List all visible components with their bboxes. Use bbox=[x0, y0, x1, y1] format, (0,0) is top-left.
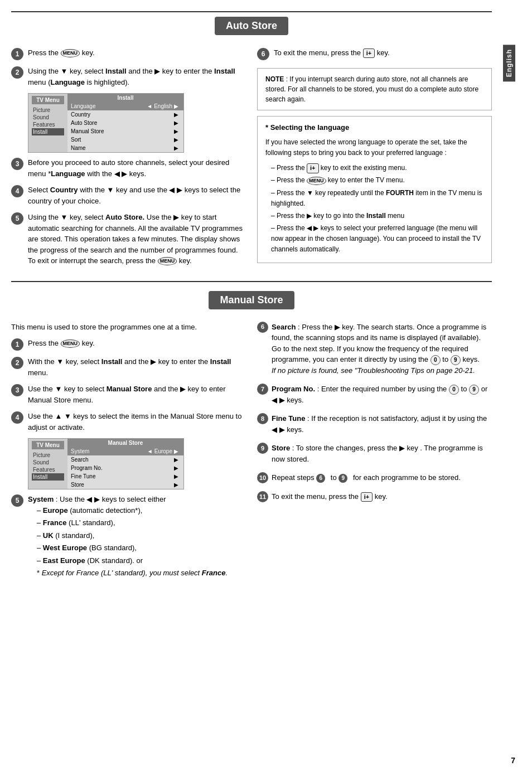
tv-menu-label-2: TV Menu bbox=[32, 441, 64, 449]
manual-store-title: Manual Store bbox=[209, 291, 294, 309]
m-step-7-num: 7 bbox=[257, 384, 268, 395]
auto-store-step-6: 6 To exit the menu, press the i+ key. bbox=[257, 47, 492, 60]
note-text: : If you interrupt search during auto st… bbox=[265, 75, 478, 103]
auto-store-title: Auto Store bbox=[215, 17, 288, 35]
m-step-7-colon: : bbox=[317, 385, 321, 393]
m-menu-item-features: Features bbox=[32, 466, 64, 473]
manual-store-intro-text: This menu is used to store the programme… bbox=[11, 323, 197, 331]
page-number: 7 bbox=[511, 756, 515, 765]
m-step-6-num: 6 bbox=[257, 322, 268, 333]
step-2-text: Using the ▼ key, select Install and the … bbox=[28, 67, 235, 86]
m-step-7-to: to bbox=[461, 385, 469, 393]
auto-store-step-4: 4 Select Country with the ▼ key and use … bbox=[11, 185, 246, 206]
sidebar: English bbox=[497, 11, 521, 595]
m-step-11-text: To exit the menu, press the bbox=[272, 492, 361, 501]
m-step-6-title: Search bbox=[272, 323, 296, 331]
step-3-num: 3 bbox=[11, 158, 23, 170]
install-header: Install bbox=[67, 94, 183, 102]
system-option-west-europe: – West Europe (BG standard), bbox=[28, 542, 246, 554]
menu-row-sort: Sort ▶ bbox=[67, 135, 183, 144]
step-4-num: 4 bbox=[11, 185, 23, 197]
m-menu-row-system: System ◄ Europe ▶ bbox=[67, 447, 183, 455]
tv-menu-label: TV Menu bbox=[32, 96, 64, 104]
m-step-5-num: 5 bbox=[11, 494, 23, 507]
manual-step-5: 5 System : Use the ◀ ▶ keys to select ei… bbox=[11, 494, 246, 580]
m-step-6-italic: If no picture is found, see "Troubleshoo… bbox=[272, 366, 475, 375]
step-6-suffix: key. bbox=[377, 48, 390, 57]
step-1-num: 1 bbox=[11, 48, 23, 60]
lang-step-5: – Press the ◀ ▶ keys to select your pref… bbox=[265, 223, 483, 255]
m-step-11-num: 11 bbox=[257, 491, 268, 502]
menu-item-install: Install bbox=[32, 128, 64, 135]
m-step-9-text: To store the changes, press the ▶ key . … bbox=[272, 444, 483, 463]
m-step-10-suffix: for each programme to be stored. bbox=[353, 473, 461, 482]
lang-step-1: – Press the i+ key to exit the existing … bbox=[265, 163, 483, 173]
system-option-europe: – Europe (automatic detection*), bbox=[28, 505, 246, 516]
menu-item-features: Features bbox=[32, 121, 64, 128]
info-key: i+ bbox=[363, 48, 375, 58]
step-1-text: Press the bbox=[28, 48, 61, 57]
system-option-uk: – UK (I standard), bbox=[28, 530, 246, 541]
m-menu-item-picture: Picture bbox=[32, 452, 64, 459]
m-step-8-num: 8 bbox=[257, 413, 268, 424]
m-step-1-suffix: key. bbox=[82, 339, 95, 347]
m-step-9-num: 9 bbox=[257, 443, 268, 454]
m-step-3-num: 3 bbox=[11, 384, 23, 396]
manual-step-6: 6 Search : Press the ▶ key. The search s… bbox=[257, 322, 492, 376]
step-2-num: 2 bbox=[11, 66, 23, 79]
lang-step-2: – Press the MENU key to enter the TV men… bbox=[265, 175, 483, 186]
m-step-10-text: Repeat steps bbox=[272, 473, 316, 482]
m-step-2-text: With the ▼ key, select Install and the ▶… bbox=[28, 357, 231, 377]
lang-box-intro: If you have selected the wrong language … bbox=[265, 137, 483, 158]
manual-step-11: 11 To exit the menu, press the i+ key. bbox=[257, 491, 492, 502]
m-step-6-to: to bbox=[442, 355, 450, 363]
step-6-num: 6 bbox=[257, 48, 269, 60]
m-step-7-text: Enter the required number by using the bbox=[321, 385, 449, 393]
step-6-text: To exit the menu, press the bbox=[274, 48, 363, 57]
menu-row-language: Language ◄ English ▶ bbox=[67, 102, 183, 110]
lang-step-4: – Press the ▶ key to go into the Install… bbox=[265, 211, 483, 221]
menu-row-name: Name ▶ bbox=[67, 144, 183, 152]
m-step-8-title: Fine Tune bbox=[272, 414, 305, 423]
m-step-6-keys: keys. bbox=[462, 355, 479, 363]
step-1-suffix: key. bbox=[82, 48, 95, 57]
m-step-10-num: 10 bbox=[257, 472, 268, 483]
manual-store-menu-screenshot: TV Menu Picture Sound Features Install M… bbox=[28, 438, 184, 489]
language-selection-box: * Selecting the language If you have sel… bbox=[257, 116, 492, 263]
menu-row-manual-store: Manual Store ▶ bbox=[67, 127, 183, 135]
install-menu-screenshot: TV Menu Picture Sound Features Install I… bbox=[28, 93, 184, 153]
ref-step-9: 9 bbox=[338, 474, 347, 483]
manual-step-1: 1 Press the MENU key. bbox=[11, 338, 246, 351]
m-step-9-colon: : bbox=[292, 444, 296, 452]
manual-step-4: 4 Use the ▲ ▼ keys to select the items i… bbox=[11, 411, 246, 433]
m-step-10-to: to bbox=[331, 473, 338, 482]
section-divider bbox=[11, 281, 492, 282]
note-title: NOTE bbox=[265, 75, 284, 83]
step-3-text: Before you proceed to auto store channel… bbox=[28, 158, 229, 178]
menu-row-auto-store: Auto Store ▶ bbox=[67, 119, 183, 127]
auto-store-step-2: 2 Using the ▼ key, select Install and th… bbox=[11, 66, 246, 88]
menu-item-picture: Picture bbox=[32, 106, 64, 114]
menu-key: MENU bbox=[61, 49, 80, 57]
m-step-1-num: 1 bbox=[11, 338, 23, 351]
auto-store-step-3: 3 Before you proceed to auto store chann… bbox=[11, 157, 246, 179]
m-menu-row-store: Store ▶ bbox=[67, 481, 183, 489]
manual-step-3: 3 Use the ▼ key to select Manual Store a… bbox=[11, 384, 246, 405]
lang-box-title: * Selecting the language bbox=[265, 122, 483, 134]
m-step-4-text: Use the ▲ ▼ keys to select the items in … bbox=[28, 412, 241, 431]
m-step-2-num: 2 bbox=[11, 357, 23, 369]
system-option-note: * Except for France (LL' standard), you … bbox=[28, 568, 246, 579]
auto-store-step-1: 1 Press the MENU key. bbox=[11, 47, 246, 60]
manual-step-2: 2 With the ▼ key, select Install and the… bbox=[11, 356, 246, 378]
step-5-text: Using the ▼ key, select Auto Store. Use … bbox=[28, 213, 243, 265]
manual-step-10: 10 Repeat steps 6 to 9 for each programm… bbox=[257, 472, 492, 483]
info-key-2: i+ bbox=[361, 492, 373, 502]
step-5-end: key. bbox=[179, 256, 192, 265]
note-box: NOTE : If you interrupt search during au… bbox=[257, 68, 492, 110]
num-key-9: 9 bbox=[451, 355, 461, 365]
num-key-0b: 0 bbox=[449, 385, 459, 395]
sidebar-english-label: English bbox=[503, 45, 515, 81]
step-4-text: Select Country with the ▼ key and use th… bbox=[28, 186, 240, 205]
system-option-east-europe: – East Europe (DK standard). or bbox=[28, 555, 246, 566]
m-step-4-num: 4 bbox=[11, 411, 23, 424]
